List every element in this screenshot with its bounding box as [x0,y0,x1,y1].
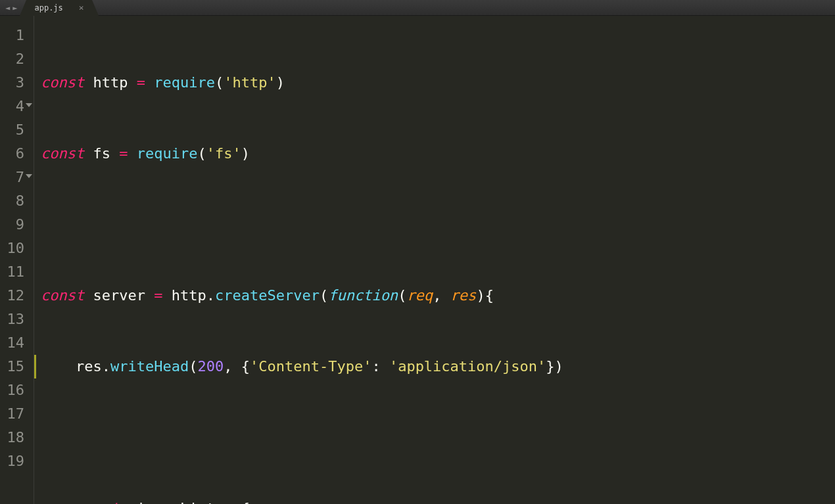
code-line: const http = require('http') [41,71,835,95]
line-number[interactable]: 18 [0,426,34,449]
tab-bar: ◄ ► app.js × [0,0,835,16]
line-number[interactable]: 12 [0,284,34,308]
tab-appjs[interactable]: app.js × [26,0,91,16]
line-number[interactable]: 9 [0,213,34,237]
line-number[interactable]: 4 [0,95,34,118]
line-number[interactable]: 11 [0,260,34,284]
line-number[interactable]: 10 [0,237,34,260]
line-number[interactable]: 17 [0,402,34,426]
line-number[interactable]: 6 [0,142,34,166]
nav-forward-icon[interactable]: ► [12,3,17,12]
line-number[interactable]: 3 [0,71,34,95]
line-number[interactable]: 15 [0,355,34,378]
line-number[interactable]: 19 [0,449,34,473]
editor: 1 2 3 4 5 6 7 8 9 10 11 12 13 14 15 16 1… [0,16,835,504]
gutter: 1 2 3 4 5 6 7 8 9 10 11 12 13 14 15 16 1… [0,16,34,504]
code-line [41,426,835,449]
code-line [41,213,835,237]
code-line: res.writeHead(200, {'Content-Type': 'app… [41,355,835,378]
line-number[interactable]: 7 [0,166,34,189]
code-line: const singerList = { [41,497,835,504]
modified-indicator [34,355,36,378]
nav-back-icon[interactable]: ◄ [5,3,10,12]
line-number[interactable]: 2 [0,47,34,71]
code-line: const fs = require('fs') [41,142,835,166]
line-number[interactable]: 13 [0,308,34,331]
line-number[interactable]: 14 [0,331,34,355]
close-icon[interactable]: × [79,3,84,12]
code-line: const server = http.createServer(functio… [41,284,835,308]
code-area[interactable]: const http = require('http') const fs = … [34,16,835,504]
line-number[interactable]: 16 [0,378,34,402]
line-number[interactable]: 5 [0,118,34,142]
line-number[interactable]: 1 [0,24,34,47]
nav-arrows: ◄ ► [0,3,22,12]
line-number[interactable]: 8 [0,189,34,213]
tab-label: app.js [34,3,62,12]
